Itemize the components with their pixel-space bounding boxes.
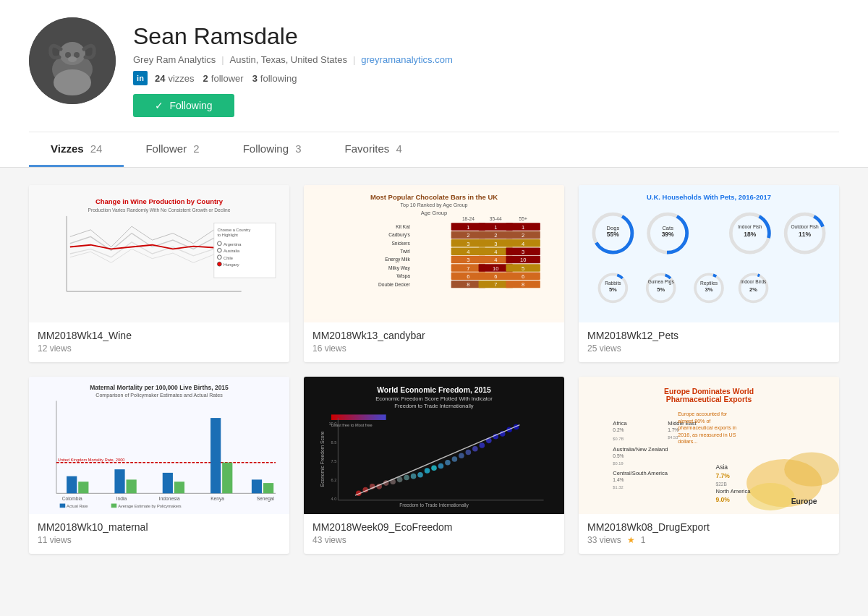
svg-rect-142: [60, 504, 66, 508]
viz-title-eco: MM2018Week09_EcoFreedom: [312, 521, 556, 533]
svg-text:$0.19: $0.19: [613, 461, 623, 466]
svg-text:Reptiles: Reptiles: [700, 281, 718, 286]
svg-text:pharmaceutical exports in: pharmaceutical exports in: [678, 425, 736, 431]
svg-text:10: 10: [493, 265, 498, 272]
svg-text:5%: 5%: [609, 286, 617, 293]
svg-rect-128: [78, 482, 88, 493]
svg-point-189: [746, 483, 794, 510]
profile-tabs: Vizzes 24 Follower 2 Following 3 Favorit…: [29, 132, 839, 167]
svg-rect-86: [579, 189, 839, 319]
website[interactable]: greyramanalytics.com: [361, 54, 452, 65]
location: Austin, Texas, United States: [230, 54, 347, 65]
svg-text:35-44: 35-44: [490, 216, 502, 221]
svg-point-188: [784, 452, 839, 486]
tab-following-label: Following: [243, 142, 289, 155]
tab-following-count: 3: [295, 142, 301, 155]
viz-views-candy: 16 views: [312, 343, 346, 354]
svg-text:1.4%: 1.4%: [613, 477, 624, 482]
svg-text:3%: 3%: [705, 286, 713, 293]
svg-text:Snickers: Snickers: [391, 241, 410, 246]
svg-text:2016, as measured in US: 2016, as measured in US: [678, 432, 736, 438]
following-btn-label: Following: [169, 100, 212, 111]
svg-text:Kit Kat: Kit Kat: [396, 224, 410, 229]
svg-text:Argentina: Argentina: [224, 242, 242, 247]
svg-text:4.0: 4.0: [331, 497, 337, 501]
tab-favorites[interactable]: Favorites 4: [323, 132, 424, 167]
svg-text:Twirl: Twirl: [400, 249, 410, 254]
svg-point-164: [425, 468, 430, 474]
svg-rect-130: [127, 479, 137, 493]
svg-text:almost 80% of: almost 80% of: [678, 419, 710, 424]
svg-rect-127: [67, 476, 77, 494]
avatar: [29, 17, 116, 104]
svg-text:55%: 55%: [607, 231, 619, 238]
linkedin-icon[interactable]: in: [133, 71, 148, 85]
svg-text:Senegal: Senegal: [257, 496, 275, 502]
svg-text:4: 4: [494, 257, 497, 263]
viz-thumbnail-wine: Change in Wine Production by Country Pro…: [29, 185, 289, 322]
following-label: following: [260, 73, 297, 84]
viz-info-pets: MM2018Wk12_Pets 25 views: [579, 322, 839, 362]
svg-rect-132: [174, 482, 184, 493]
svg-text:5: 5: [522, 265, 524, 272]
viz-card-maternal[interactable]: Maternal Mortality per 100,000 Live Birt…: [29, 377, 289, 554]
tab-vizzes[interactable]: Vizzes 24: [29, 132, 124, 167]
svg-text:Economic Freedom Score: Economic Freedom Score: [320, 431, 325, 487]
viz-card-pets[interactable]: U.K. Households With Pets, 2016-2017 Dog…: [579, 185, 839, 362]
svg-text:3: 3: [494, 241, 497, 247]
svg-text:dollars...: dollars...: [678, 439, 697, 445]
viz-title-pets: MM2018Wk12_Pets: [587, 330, 830, 341]
svg-text:Australia/New Zealand: Australia/New Zealand: [613, 446, 668, 453]
svg-text:to Highlight: to Highlight: [218, 233, 239, 237]
viz-title-maternal: MM2018Wk10_maternal: [38, 521, 281, 533]
viz-card-eco[interactable]: World Economic Freedom, 2015 Economic Fr…: [304, 377, 564, 554]
svg-text:Double Decker: Double Decker: [378, 282, 411, 287]
viz-stats-wine: 12 views: [38, 343, 281, 354]
vizzes-label: vizzes: [168, 73, 194, 84]
following-button[interactable]: ✓ Following: [133, 94, 234, 117]
svg-text:Choose a Country: Choose a Country: [218, 228, 251, 232]
svg-text:Chile: Chile: [224, 256, 233, 260]
svg-text:Africa: Africa: [613, 420, 627, 427]
svg-text:10.0: 10.0: [328, 422, 336, 426]
svg-text:Colombia: Colombia: [62, 496, 82, 501]
viz-title-wine: MM2018Wk14_Wine: [38, 330, 281, 341]
vizzes-count: 24: [155, 73, 165, 84]
svg-text:Least free to Most free: Least free to Most free: [331, 423, 373, 427]
svg-text:U.K. Households With Pets, 201: U.K. Households With Pets, 2016-2017: [647, 193, 771, 201]
profile-top: Sean Ramsdale Grey Ram Analytics | Austi…: [29, 17, 839, 132]
svg-point-160: [397, 477, 403, 483]
viz-info-candy: MM2018Wk13_candybar 16 views: [304, 322, 564, 362]
svg-text:0.5%: 0.5%: [613, 453, 624, 458]
svg-text:Cadbury's: Cadbury's: [388, 232, 410, 238]
viz-info-maternal: MM2018Wk10_maternal 11 views: [29, 514, 289, 554]
svg-point-163: [417, 472, 423, 478]
tab-follower[interactable]: Follower 2: [124, 132, 221, 167]
viz-card-wine[interactable]: Change in Wine Production by Country Pro…: [29, 185, 289, 362]
svg-text:18%: 18%: [744, 231, 756, 238]
svg-text:Energy Milk: Energy Milk: [385, 257, 410, 262]
svg-text:Average Estimate by Policymake: Average Estimate by Policymakers: [118, 504, 182, 508]
svg-text:1: 1: [522, 224, 524, 231]
svg-text:2%: 2%: [749, 286, 757, 293]
svg-text:Asia: Asia: [715, 463, 728, 471]
svg-point-169: [459, 453, 464, 458]
svg-point-167: [445, 460, 451, 466]
svg-text:4: 4: [494, 249, 497, 255]
svg-text:7.7%: 7.7%: [715, 472, 730, 479]
organization: Grey Ram Analytics: [133, 54, 216, 65]
viz-thumbnail-drug: Europe Dominates World Pharmaceutical Ex…: [579, 377, 839, 514]
svg-text:4: 4: [467, 249, 469, 255]
svg-text:Kenya: Kenya: [210, 496, 224, 502]
svg-rect-129: [114, 469, 124, 493]
follower-label: follower: [211, 73, 244, 84]
tab-following[interactable]: Following 3: [221, 132, 323, 167]
svg-point-162: [411, 474, 417, 479]
following-count: 3: [252, 73, 258, 84]
viz-card-candy[interactable]: Most Popular Chocolate Bars in the UK To…: [304, 185, 564, 362]
svg-text:Top 10 Ranked by Age Group: Top 10 Ranked by Age Group: [400, 202, 467, 208]
svg-text:0.2%: 0.2%: [613, 427, 624, 432]
svg-text:Australia: Australia: [224, 249, 240, 253]
viz-card-drug[interactable]: Europe Dominates World Pharmaceutical Ex…: [579, 377, 839, 554]
svg-text:Europe Dominates World: Europe Dominates World: [664, 388, 754, 395]
